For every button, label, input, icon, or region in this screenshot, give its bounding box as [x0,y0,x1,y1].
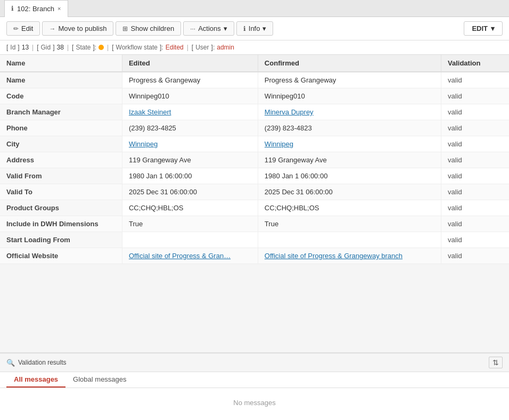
row-edited [122,232,258,248]
edit-right-button[interactable]: EDIT ▾ [464,21,503,36]
id-label: Id [10,44,15,51]
row-validation: valid [441,152,509,168]
row-label: City [0,136,122,152]
table-row: CodeWinnipeg010Winnipeg010valid [0,88,509,104]
row-validation: valid [441,216,509,232]
move-to-publish-button[interactable]: → Move to publish [42,21,113,36]
meta-bar: [ Id ] 13 | [ Gid ] 38 | [ State ]: | [ … [0,40,509,55]
row-label: Code [0,88,122,104]
info-button[interactable]: ℹ Info ▾ [236,21,274,36]
edit-icon: ✏ [13,25,19,32]
row-label: Address [0,152,122,168]
row-confirmed[interactable]: Official site of Progress & Grangeway br… [258,248,441,264]
edit-button[interactable]: ✏ Edit [6,21,40,36]
table-row: Product GroupsCC;CHQ;HBL;OSCC;CHQ;HBL;OS… [0,200,509,216]
row-validation: valid [441,200,509,216]
row-validation: valid [441,136,509,152]
main-content: Name Edited Confirmed Validation NamePro… [0,55,509,264]
row-confirmed [258,232,441,248]
state-indicator [98,45,104,50]
row-edited[interactable]: Winnipeg [122,136,258,152]
workflow-label: Workflow state [116,44,158,51]
actions-chevron-icon: ▾ [224,24,227,32]
row-label: Phone [0,120,122,136]
row-label: Valid To [0,184,122,200]
edit-right-label: EDIT [472,24,488,32]
workflow-value[interactable]: Edited [166,44,184,51]
toolbar-right: EDIT ▾ [464,21,503,36]
user-value[interactable]: admin [217,44,234,51]
table-row: Include in DWH DimensionsTrueTruevalid [0,216,509,232]
row-label: Branch Manager [0,104,122,120]
col-header-validation: Validation [441,55,509,72]
row-edited: CC;CHQ;HBL;OS [122,200,258,216]
row-validation: valid [441,88,509,104]
row-label: Product Groups [0,200,122,216]
move-icon: → [49,25,55,32]
table-row: NameProgress & GrangewayProgress & Grang… [0,72,509,88]
tab-bar: ℹ 102: Branch × [0,0,509,17]
edit-label: Edit [21,24,33,32]
row-label: Name [0,72,122,88]
table-header-row: Name Edited Confirmed Validation [0,55,509,72]
row-label: Include in DWH Dimensions [0,216,122,232]
row-validation: valid [441,232,509,248]
row-label: Start Loading From [0,232,122,248]
row-edited: 2025 Dec 31 06:00:00 [122,184,258,200]
table-row: Official WebsiteOfficial site of Progres… [0,248,509,264]
row-confirmed[interactable]: Winnipeg [258,136,441,152]
row-confirmed[interactable]: Minerva Duprey [258,104,441,120]
actions-button[interactable]: ··· Actions ▾ [183,21,234,36]
row-edited: True [122,216,258,232]
content-area: Name Edited Confirmed Validation NamePro… [0,55,509,264]
state-label: State [76,44,91,51]
actions-label: Actions [198,24,221,32]
row-confirmed: 1980 Jan 1 06:00:00 [258,168,441,184]
row-confirmed: (239) 823-4823 [258,120,441,136]
row-edited: Winnipeg010 [122,88,258,104]
table-row: Address119 Grangeway Ave119 Grangeway Av… [0,152,509,168]
confirmed-link[interactable]: Official site of Progress & Grangeway br… [265,252,403,260]
row-validation: valid [441,184,509,200]
row-validation: valid [441,168,509,184]
col-header-confirmed: Confirmed [258,55,441,72]
row-label: Official Website [0,248,122,264]
row-edited: Progress & Grangeway [122,72,258,88]
edited-link[interactable]: Winnipeg [129,140,158,148]
row-edited: (239) 823-4825 [122,120,258,136]
tab-label: 102: Branch [17,5,54,13]
show-children-label: Show children [130,24,174,32]
gid-label: Gid [41,44,51,51]
actions-dots-icon: ··· [190,25,195,32]
show-children-button[interactable]: ⊞ Show children [116,21,181,36]
edited-link[interactable]: Izaak Steinert [129,108,171,116]
row-confirmed: Winnipeg010 [258,88,441,104]
info-icon: ℹ [243,25,246,32]
id-value: 13 [22,44,29,51]
col-header-name: Name [0,55,122,72]
row-confirmed: 119 Grangeway Ave [258,152,441,168]
data-table: Name Edited Confirmed Validation NamePro… [0,55,509,264]
col-header-edited: Edited [122,55,258,72]
info-label: Info [249,24,260,32]
table-row: Start Loading Fromvalid [0,232,509,248]
row-confirmed: True [258,216,441,232]
confirmed-link[interactable]: Minerva Duprey [265,108,314,116]
show-children-icon: ⊞ [122,25,128,32]
user-label: User [195,44,209,51]
table-row: Branch ManagerIzaak SteinertMinerva Dupr… [0,104,509,120]
row-confirmed: 2025 Dec 31 06:00:00 [258,184,441,200]
row-confirmed: Progress & Grangeway [258,72,441,88]
confirmed-link[interactable]: Winnipeg [265,140,293,148]
edited-link[interactable]: Official site of Progress & Gran… [129,252,231,260]
row-edited[interactable]: Official site of Progress & Gran… [122,248,258,264]
row-edited: 119 Grangeway Ave [122,152,258,168]
main-tab[interactable]: ℹ 102: Branch × [4,0,68,17]
table-row: CityWinnipegWinnipegvalid [0,136,509,152]
row-confirmed: CC;CHQ;HBL;OS [258,200,441,216]
tab-close-button[interactable]: × [58,5,61,12]
table-row: Phone(239) 823-4825(239) 823-4823valid [0,120,509,136]
row-edited: 1980 Jan 1 06:00:00 [122,168,258,184]
row-edited[interactable]: Izaak Steinert [122,104,258,120]
row-validation: valid [441,72,509,88]
